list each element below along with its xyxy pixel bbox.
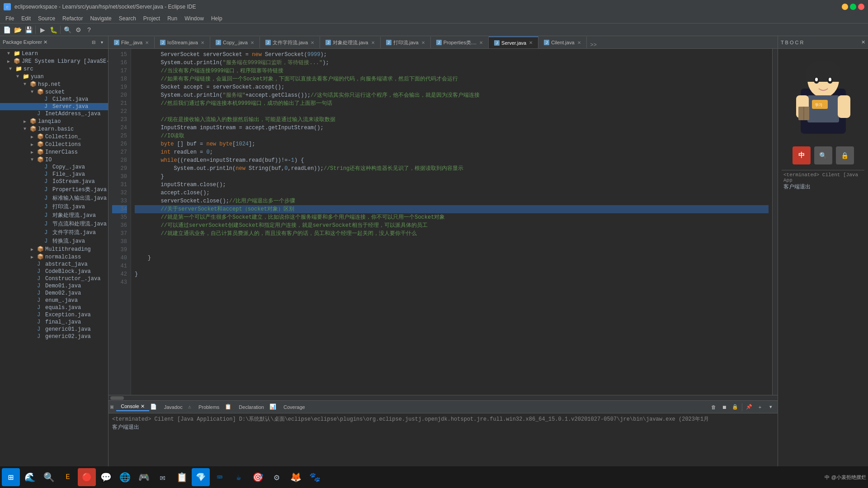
tree-item-src[interactable]: ▼ 📁 src (0, 65, 108, 73)
tree-item-print[interactable]: J 打印流.java (0, 202, 108, 211)
tree-item-generic02[interactable]: J generic02.java (0, 333, 108, 340)
tree-item-final[interactable]: J final_.java (0, 319, 108, 326)
toolbar-search[interactable]: 🔍 (62, 25, 72, 35)
tab-file[interactable]: J File_.java ✕ (108, 37, 155, 48)
taskbar-ide[interactable]: 💎 (192, 468, 210, 486)
menu-run[interactable]: Run (164, 14, 181, 23)
taskbar-steam[interactable]: 🎮 (135, 468, 153, 486)
panel-menu-button[interactable]: ▾ (98, 39, 105, 46)
tab-cilent[interactable]: J Cilent.java ✕ (538, 37, 586, 48)
tab-iostream[interactable]: J IoStream.java ✕ (155, 37, 210, 48)
tree-item-charstream[interactable]: J 文件字符流.java (0, 228, 108, 237)
taskbar-red-app[interactable]: 🔴 (78, 468, 96, 486)
tree-item-learn[interactable]: ▼ 📁 Learn (0, 50, 108, 57)
tree-item-innerclass[interactable]: ▶ 📦 InnerClass (0, 148, 108, 156)
taskbar-search[interactable]: 🔍 (40, 468, 58, 486)
console-scroll-lock[interactable]: 🔒 (730, 402, 740, 412)
tree-item-exception[interactable]: J Exception.java (0, 311, 108, 319)
taskbar-vscode[interactable]: ⌨ (211, 468, 229, 486)
tree-item-stdin[interactable]: J 标准输入输出流.java (0, 194, 108, 202)
overflow-tabs-indicator[interactable]: >> (587, 42, 600, 48)
start-button[interactable]: ⊞ (2, 468, 20, 486)
tree-item-obj[interactable]: J 对象处理流.java (0, 211, 108, 220)
tree-item-nodestream[interactable]: J 节点流和处理流.java (0, 220, 108, 228)
toolbar-new[interactable]: 📄 (2, 25, 12, 35)
close-button[interactable] (858, 4, 864, 10)
tree-item-multithreading[interactable]: ▶ 📦 Multithreading (0, 245, 108, 253)
tab-close[interactable]: ✕ (479, 40, 483, 45)
tree-item-demo01[interactable]: J Demo01.java (0, 282, 108, 290)
toolbar-settings[interactable]: ⚙ (73, 25, 83, 35)
tree-item-abstract[interactable]: J abstract_java (0, 261, 108, 268)
tree-item-normalclass[interactable]: ▶ 📦 normalclass (0, 253, 108, 261)
tab-charstream[interactable]: J 文件字符流.java ✕ (260, 37, 320, 48)
taskbar-wechat[interactable]: 💬 (97, 468, 115, 486)
toolbar-help[interactable]: ? (84, 25, 94, 35)
tab-close[interactable]: ✕ (529, 40, 533, 45)
console-menu-button[interactable]: ▾ (766, 402, 776, 412)
tree-item-collections[interactable]: ▶ 📦 Collections (0, 141, 108, 148)
code-content[interactable]: ServerSocket serverSocket = new ServerSo… (131, 49, 772, 395)
menu-refactor[interactable]: Refactor (59, 14, 86, 23)
console-clear-button[interactable]: 🗑 (708, 402, 718, 412)
tree-item-file[interactable]: J File_.java (0, 171, 108, 178)
tree-item-jre[interactable]: ▶ 📦 JRE System Library [JavaSE-1.8] (0, 57, 108, 65)
vertical-scrollbar[interactable] (772, 49, 778, 395)
taskbar-epic[interactable]: E (59, 468, 77, 486)
tab-obj[interactable]: J 对象处理流.java ✕ (320, 37, 380, 48)
toolbar-run[interactable]: ▶ (38, 25, 47, 35)
maximize-button[interactable] (850, 4, 856, 10)
right-panel-close[interactable]: ✕ (861, 39, 865, 45)
tree-item-properties[interactable]: J Properties类.java (0, 185, 108, 194)
taskbar-mail[interactable]: ✉ (154, 468, 172, 486)
toolbar-debug[interactable]: 🐛 (48, 25, 58, 35)
console-open-console[interactable]: + (755, 402, 765, 412)
tree-item-constructor[interactable]: J Constructor_.java (0, 275, 108, 282)
tab-problems[interactable]: Problems (194, 404, 224, 411)
tab-close[interactable]: ✕ (421, 40, 425, 45)
tree-item-codeblock[interactable]: J CodeBlock.java (0, 268, 108, 275)
tab-properties[interactable]: J Properties类.... ✕ (431, 37, 489, 48)
tab-print[interactable]: J 打印流.java ✕ (381, 37, 431, 48)
tree-item-server[interactable]: J Server.java (0, 103, 108, 110)
tab-server[interactable]: J Server.java ✕ (489, 37, 538, 48)
tree-item-hspnet[interactable]: ▼ 📦 hsp.net (0, 80, 108, 88)
tab-coverage[interactable]: Coverage (279, 404, 310, 411)
tree-item-copy[interactable]: J Copy_.java (0, 164, 108, 171)
tab-console[interactable]: Console ✕ (116, 403, 149, 411)
collapse-all-button[interactable]: ⊟ (90, 39, 97, 46)
menu-search[interactable]: Search (115, 14, 140, 23)
horizontal-scrollbar[interactable] (108, 395, 778, 400)
tab-close[interactable]: ✕ (145, 40, 149, 45)
taskbar-java[interactable]: ☕ (230, 468, 248, 486)
menu-edit[interactable]: Edit (18, 14, 34, 23)
tab-close[interactable]: ✕ (577, 40, 581, 45)
tree-item-lanqiao[interactable]: ▶ 📦 lanqiao (0, 117, 108, 125)
tab-close[interactable]: ✕ (311, 40, 314, 45)
tree-item-demo02[interactable]: J Demo02.java (0, 290, 108, 297)
console-pin-button[interactable]: 📌 (744, 402, 754, 412)
menu-file[interactable]: File (2, 14, 18, 23)
tab-copy[interactable]: J Copy_.java ✕ (210, 37, 260, 48)
tab-javadoc[interactable]: Javadoc (160, 404, 187, 411)
menu-window[interactable]: Window (181, 14, 208, 23)
taskbar-terminal[interactable]: 📋 (173, 468, 191, 486)
console-stop-button[interactable]: ⏹ (719, 402, 729, 412)
tree-item-cilent[interactable]: J Cilent.java (0, 96, 108, 103)
tree-item-learnbasic[interactable]: ▼ 📦 learn.basic (0, 125, 108, 133)
taskbar-extra[interactable]: 🦊 (287, 468, 305, 486)
tab-close[interactable]: ✕ (371, 40, 375, 45)
tree-item-generic01[interactable]: J generic01.java (0, 326, 108, 333)
menu-project[interactable]: Project (140, 14, 164, 23)
tab-close[interactable]: ✕ (250, 40, 254, 45)
minimize-button[interactable] (842, 4, 848, 10)
toolbar-open[interactable]: 📂 (13, 25, 23, 35)
tree-item-socket[interactable]: ▼ 📦 socket (0, 88, 108, 96)
tab-declaration[interactable]: Declaration (234, 404, 269, 411)
toolbar-save[interactable]: 💾 (24, 25, 33, 35)
taskbar-settings[interactable]: ⚙ (268, 468, 286, 486)
taskbar-edge[interactable]: 🌊 (21, 468, 39, 486)
tree-item-convert[interactable]: J 转换流.java (0, 237, 108, 245)
tree-item-collection-[interactable]: ▶ 📦 Collection_ (0, 133, 108, 141)
tree-item-io[interactable]: ▼ 📦 IO (0, 156, 108, 164)
